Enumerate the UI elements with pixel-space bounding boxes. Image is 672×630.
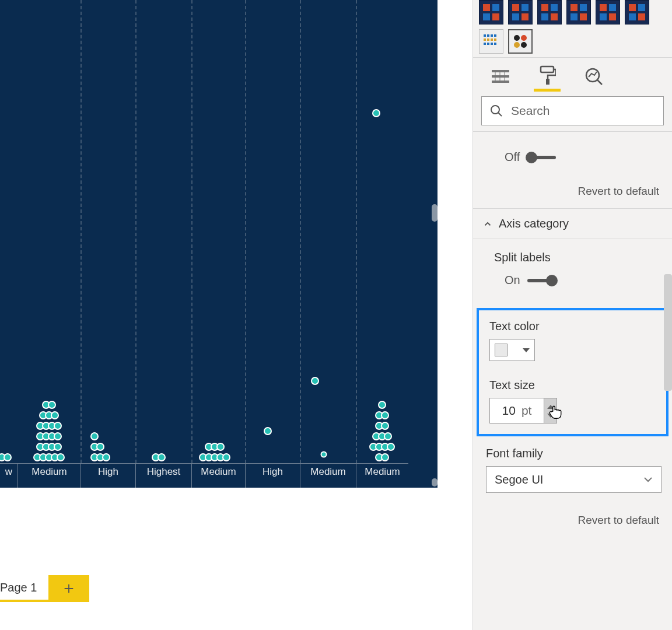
data-point[interactable] [264,427,272,435]
fields-icon [491,68,510,85]
font-family-label: Font family [486,443,662,466]
gridline [300,0,301,463]
text-color-picker[interactable] [489,339,535,361]
axis-label: High [245,463,300,488]
viz-tile[interactable] [537,0,562,24]
data-cluster[interactable] [197,441,232,462]
viz-tile[interactable] [566,0,591,24]
x-axis: w Medium High Highest Medium High Medium… [0,463,438,488]
toggle-switch[interactable] [527,156,556,159]
analytics-icon [584,66,604,86]
text-size-unit: pt [522,404,532,418]
fields-tab[interactable] [487,61,514,92]
font-family-value: Segoe UI [495,473,543,487]
axis-label: Medium [18,463,80,488]
cursor-hand-icon [548,402,564,421]
split-labels-section: Split labels On [473,239,672,303]
viz-tile[interactable] [508,0,533,24]
toggle-off-row[interactable]: Off [494,147,662,170]
gridline [356,0,357,463]
svg-rect-18 [492,80,509,83]
dotplot-icon [512,33,528,50]
toggle-switch[interactable] [527,279,556,282]
axis-category-header[interactable]: Axis category [473,208,672,239]
axis-label: Highest [135,463,191,488]
page-tab-active[interactable]: Page 1 [0,575,48,602]
data-cluster[interactable] [368,399,397,462]
svg-line-25 [597,80,602,85]
revert-to-default-link[interactable]: Revert to default [473,498,672,537]
revert-to-default-link[interactable]: Revert to default [473,180,672,208]
svg-rect-10 [491,43,493,45]
format-tab[interactable] [534,61,561,92]
data-cluster[interactable] [153,452,176,462]
toggle-state-label: On [505,274,520,287]
viz-tile[interactable] [596,0,620,24]
prev-section-tail: Off [473,132,672,180]
axis-label: Medium [356,463,408,488]
text-size-spinner[interactable] [544,398,557,424]
split-labels-label: Split labels [494,247,662,270]
axis-label: Medium [300,463,356,488]
data-point[interactable] [321,452,327,458]
svg-line-27 [498,113,502,116]
toggle-state-label: Off [505,150,520,164]
text-size-label: Text size [489,375,656,398]
chart-plot-area [0,0,438,463]
svg-rect-8 [484,43,486,45]
gridline [135,0,136,463]
chart-vertical-scrollbar[interactable] [430,0,438,463]
svg-point-12 [514,35,520,41]
axis-category-label: Axis category [499,217,569,230]
text-size-control: 10 pt [489,398,656,424]
svg-point-24 [586,69,599,82]
data-cluster[interactable] [0,452,10,462]
page-tabs: Page 1 [0,567,473,630]
page-tab-label: Page 1 [0,581,37,594]
plus-icon [62,582,75,595]
chart-visual[interactable]: w Medium High Highest Medium High Medium… [0,0,438,488]
svg-rect-9 [487,43,489,45]
gridline [80,0,82,463]
grid-icon [483,33,499,50]
svg-point-15 [521,42,527,48]
axis-label: High [80,463,135,488]
data-cluster[interactable] [92,430,118,462]
pane-scrollbar-thumb[interactable] [664,274,672,391]
axis-label: Medium [191,463,245,488]
text-color-label: Text color [489,316,656,339]
svg-rect-11 [494,43,496,45]
text-size-input[interactable]: 10 pt [489,398,544,424]
search-input[interactable]: Search [481,96,664,125]
add-page-button[interactable] [48,575,89,602]
paint-roller-icon [538,65,556,85]
chevron-up-icon [482,219,493,229]
split-labels-toggle[interactable]: On [494,270,662,293]
highlighted-text-properties: Text color Text size 10 pt [477,308,668,436]
font-family-select[interactable]: Segoe UI [486,466,662,493]
svg-rect-0 [484,34,486,37]
data-point[interactable] [311,377,319,385]
data-point[interactable] [372,109,380,117]
viz-tile[interactable] [479,29,503,54]
scrollbar-thumb[interactable] [432,204,438,222]
report-canvas: w Medium High Highest Medium High Medium… [0,0,473,630]
pane-tabs [473,57,672,92]
svg-rect-2 [491,34,493,37]
viz-tile-selected[interactable] [508,29,533,54]
data-cluster[interactable] [34,399,64,462]
svg-rect-3 [494,34,496,37]
search-icon [490,104,503,117]
svg-rect-16 [492,70,509,72]
axis-label: w [0,463,18,488]
color-swatch [495,344,508,356]
svg-rect-17 [492,75,509,78]
svg-point-26 [491,106,499,114]
analytics-tab[interactable] [580,61,607,92]
svg-point-13 [521,35,527,41]
visualization-gallery [473,0,672,57]
viz-tile[interactable] [625,0,649,24]
svg-point-14 [514,42,520,48]
viz-tile[interactable] [479,0,503,24]
svg-rect-7 [494,38,496,41]
